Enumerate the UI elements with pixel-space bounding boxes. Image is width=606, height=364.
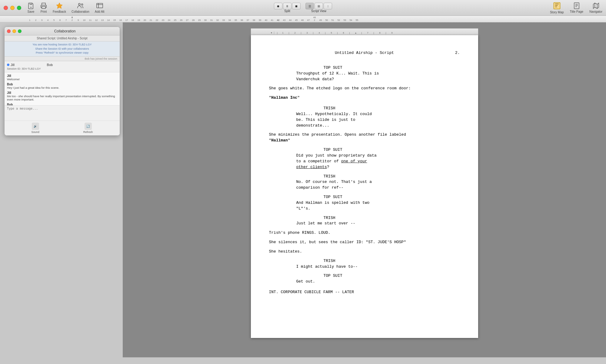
char-trish-4: TRISH [324, 258, 460, 264]
add-alt-button[interactable]: Add Alt [95, 2, 105, 13]
underline-text: one of yourother clients [296, 159, 367, 169]
title-bar: Save Print Feedback Collaboration Add Al… [0, 0, 606, 16]
collab-chat: Jill Welcome! Bob Hey I just had a great… [5, 72, 120, 106]
feedback-button[interactable]: Feedback [53, 2, 66, 13]
maximize-button[interactable] [17, 6, 21, 10]
navigator-button[interactable]: Navigator [589, 2, 602, 13]
collab-min-btn[interactable] [12, 29, 16, 33]
split-label: Split [284, 9, 290, 13]
char-top-suit-1: TOP SUIT [324, 65, 460, 71]
save-label: Save [28, 10, 35, 13]
action-1: She goes white. The etched logo on the c… [269, 86, 460, 91]
left-panel: Collaboration Shared Script: Untitled Ai… [0, 22, 123, 357]
dialogue-top-suit-2: Did you just show proprietary datato a c… [296, 153, 433, 170]
dialogue-trish-2: No. Of course not. That's just acomparis… [296, 179, 433, 191]
close-button[interactable] [4, 6, 8, 10]
session-id-display: Session ID: 3DV-TLBZ-LGY [7, 67, 41, 70]
svg-rect-4 [554, 3, 560, 9]
title-page-label: Title Page [570, 10, 584, 13]
column-view-btn[interactable]: ⫶ [324, 3, 332, 9]
collab-input-area[interactable] [5, 106, 120, 121]
save-button[interactable]: Save [27, 2, 35, 13]
session-id: 3DV-TLBZ-LGY [73, 43, 92, 46]
dialogue-top-suit-4: Get out. [296, 279, 433, 285]
char-trish-3: TRISH [324, 215, 460, 221]
char-top-suit-2: TOP SUIT [324, 147, 460, 153]
pause-btn[interactable]: ⏸ [283, 3, 291, 9]
script-view-label: Script View [311, 9, 326, 13]
collab-shared-script: Shared Script: Untitled Airship - Script [5, 35, 120, 41]
collaboration-label: Collaboration [72, 10, 89, 13]
script-area[interactable]: ▾ | 1 | 2 | 3 | 4 | 5 | 6 | ▴ | 7 | 8 | [123, 22, 606, 357]
dialogue-1: Throughput of 12 K... Wait. This isVande… [296, 71, 433, 82]
collab-max-btn[interactable] [18, 29, 22, 33]
chat-msg-2: Jill Me too - she should have her really… [7, 91, 117, 101]
print-label: Print [41, 10, 47, 13]
story-map-label: Story Map [550, 11, 564, 14]
collab-bob-joined: Bob has joined the session [5, 57, 120, 61]
scene-heading-1: INT. CORPORATE CUBICLE FARM -- LATER [269, 290, 460, 295]
dialogue-top-suit-3: And Hallman is spelled with two"L"'s. [296, 200, 433, 212]
refresh-button[interactable]: 🔄 Refresh [83, 123, 93, 134]
chat-msg-1: Bob Hey I just had a great idea for this… [7, 83, 117, 89]
story-map-button[interactable]: Story Map [550, 2, 564, 14]
action-rings: Trish's phone RINGS. LOUD. [269, 230, 460, 236]
script-page: 2. Untitled Airship - Script TOP SUIT Th… [251, 35, 478, 338]
title-page-button[interactable]: Title Page [570, 2, 584, 13]
dialogue-trish-3: Just let me start over -- [296, 221, 433, 227]
collab-close-btn[interactable] [7, 29, 11, 33]
collab-title: Collaboration [23, 29, 106, 33]
navigator-label: Navigator [589, 10, 602, 13]
collaboration-panel: Collaboration Shared Script: Untitled Ai… [4, 27, 120, 136]
char-trish-2: TRISH [324, 174, 460, 180]
collab-footer: 🔊 Sound 🔄 Refresh [5, 121, 120, 135]
stop-btn[interactable]: ⏹ [292, 3, 301, 9]
svg-point-1 [78, 3, 80, 5]
collab-session-info: You are now hosting Session ID: 3DV-TLBZ… [5, 41, 120, 57]
svg-marker-0 [56, 3, 62, 8]
action-hallman-inc: "Hallman Inc" [269, 95, 460, 101]
collab-users: Jill Session ID: 3DV-TLBZ-LGY Bob [5, 61, 120, 72]
chat-msg-0: Jill Welcome! [7, 74, 117, 81]
card-view-btn[interactable]: ⊞ [315, 3, 323, 9]
dialogue-trish-4: I might actually have to-- [296, 264, 433, 270]
ruler: 1 2 3 4 5 6 7 82 9 10 11 12 13 14 15 16 … [0, 16, 606, 22]
split-control: ⏺ ⏸ ⏹ Split [274, 3, 301, 13]
script-title: Untitled Airship - Script [269, 50, 460, 56]
feedback-label: Feedback [53, 10, 66, 13]
collab-chat-input[interactable] [5, 106, 120, 121]
dialogue-trish-1: Well... Hypothetically. It couldbe. This… [296, 111, 433, 129]
svg-rect-5 [574, 3, 579, 9]
action-minimizes: She minimizes the presentation. Opens an… [269, 132, 460, 144]
view-controls: ⏺ ⏸ ⏹ Split ☰ ⊞ ⫶ Script View [274, 3, 332, 13]
collab-user-jill: Jill Session ID: 3DV-TLBZ-LGY [7, 63, 41, 70]
char-top-suit-4: TOP SUIT [324, 273, 460, 279]
svg-point-2 [82, 4, 83, 5]
svg-rect-3 [97, 3, 103, 8]
jill-indicator [7, 64, 9, 66]
sound-icon: 🔊 [32, 123, 39, 130]
sound-button[interactable]: 🔊 Sound [32, 123, 39, 134]
page-number: 2. [455, 50, 460, 56]
add-alt-label: Add Alt [95, 10, 105, 13]
action-silences: She silences it, but sees the caller ID:… [269, 240, 460, 245]
action-hesitates: She hesitates. [269, 249, 460, 255]
collaboration-button[interactable]: Collaboration [72, 2, 89, 13]
print-button[interactable]: Print [40, 2, 47, 13]
collab-user-bob: Bob [47, 63, 53, 70]
record-btn[interactable]: ⏺ [274, 3, 282, 9]
list-view-btn[interactable]: ☰ [305, 3, 314, 9]
main-layout: Collaboration Shared Script: Untitled Ai… [0, 22, 606, 357]
toolbar-right: Story Map Title Page Navigator [550, 2, 602, 14]
collab-title-bar: Collaboration [5, 27, 120, 35]
chat-msg-3: Bob Yes! And I know just the thing. [7, 103, 117, 106]
char-trish-1: TRISH [324, 106, 460, 111]
script-view-control: ☰ ⊞ ⫶ Script View [305, 3, 332, 13]
minimize-button[interactable] [10, 6, 15, 10]
refresh-icon: 🔄 [85, 123, 92, 130]
window-controls [4, 6, 21, 10]
char-top-suit-3: TOP SUIT [324, 194, 460, 200]
